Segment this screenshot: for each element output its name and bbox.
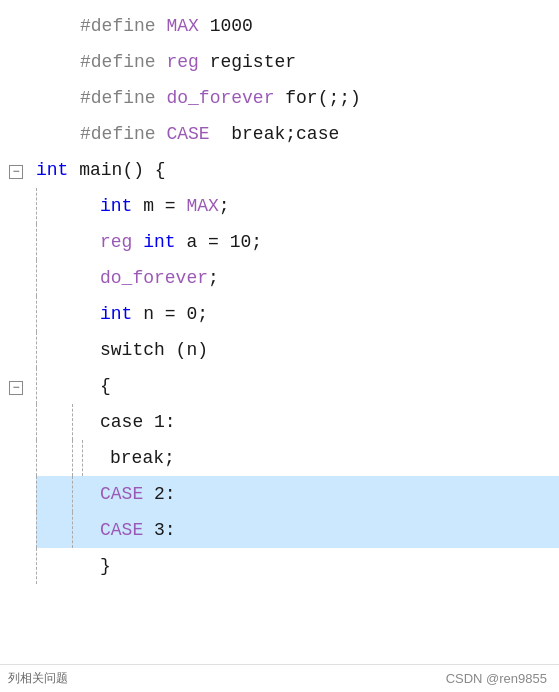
gutter-item: [0, 10, 32, 46]
gutter-item: [0, 262, 32, 298]
token: #define: [80, 124, 166, 144]
token: #define: [80, 52, 166, 72]
gutter-item: [0, 46, 32, 82]
gutter-item: [0, 442, 32, 478]
code-line: #define do_forever for(;;): [36, 80, 559, 116]
token: reg: [100, 232, 132, 252]
gutter-item: [0, 190, 32, 226]
token: int: [36, 160, 68, 180]
footer-right: CSDN @ren9855: [446, 671, 547, 686]
code-line: }: [36, 548, 559, 584]
token: 1000: [199, 16, 253, 36]
code-line: reg int a = 10;: [36, 224, 559, 260]
token: CASE: [100, 520, 143, 540]
gutter-item: [0, 550, 32, 586]
token: 3:: [143, 520, 175, 540]
token: ;: [208, 268, 219, 288]
code-line: #define reg register: [36, 44, 559, 80]
token: #define: [80, 16, 166, 36]
code-line: {: [36, 368, 559, 404]
token: int: [100, 196, 132, 216]
token: switch (n): [100, 340, 208, 360]
editor-container: −− #define MAX 1000#define reg register#…: [0, 0, 559, 692]
token: register: [199, 52, 296, 72]
token: main() {: [68, 160, 165, 180]
code-line: do_forever;: [36, 260, 559, 296]
token: do_forever: [100, 268, 208, 288]
gutter-item: [0, 298, 32, 334]
token: MAX: [166, 16, 198, 36]
gutter-item: −: [0, 154, 32, 190]
code-lines: #define MAX 1000#define reg register#def…: [32, 8, 559, 664]
gutter-item: [0, 118, 32, 154]
token: #define: [80, 88, 166, 108]
token: 2:: [143, 484, 175, 504]
code-line: CASE 2:: [36, 476, 559, 512]
token: CASE: [100, 484, 143, 504]
fold-button[interactable]: −: [9, 165, 23, 179]
code-line: break;: [36, 440, 559, 476]
token: MAX: [186, 196, 218, 216]
gutter-item: [0, 82, 32, 118]
token: {: [100, 376, 111, 396]
code-area: −− #define MAX 1000#define reg register#…: [0, 0, 559, 664]
code-line: switch (n): [36, 332, 559, 368]
code-line: case 1:: [36, 404, 559, 440]
footer: 列相关问题 CSDN @ren9855: [0, 664, 559, 692]
token: int: [100, 304, 132, 324]
token: [132, 232, 143, 252]
token: a = 10;: [176, 232, 262, 252]
gutter-item: [0, 478, 32, 514]
token: case 1:: [100, 412, 176, 432]
code-line: #define MAX 1000: [36, 8, 559, 44]
token: m =: [132, 196, 186, 216]
gutter-item: [0, 226, 32, 262]
code-line: #define CASE break;case: [36, 116, 559, 152]
token: do_forever: [166, 88, 274, 108]
gutter-item: −: [0, 370, 32, 406]
token: ;: [219, 196, 230, 216]
footer-left: 列相关问题: [0, 670, 446, 687]
token: n = 0;: [132, 304, 208, 324]
fold-button[interactable]: −: [9, 381, 23, 395]
code-line: int m = MAX;: [36, 188, 559, 224]
gutter-col: −−: [0, 8, 32, 664]
token: break;: [110, 448, 175, 468]
token: reg: [166, 52, 198, 72]
code-line: CASE 3:: [36, 512, 559, 548]
token: CASE: [166, 124, 209, 144]
code-line: int n = 0;: [36, 296, 559, 332]
token: break;case: [210, 124, 340, 144]
gutter-item: [0, 334, 32, 370]
gutter-item: [0, 406, 32, 442]
token: int: [143, 232, 175, 252]
token: }: [100, 556, 111, 576]
token: for(;;): [274, 88, 360, 108]
gutter-item: [0, 514, 32, 550]
code-line: int main() {: [36, 152, 559, 188]
